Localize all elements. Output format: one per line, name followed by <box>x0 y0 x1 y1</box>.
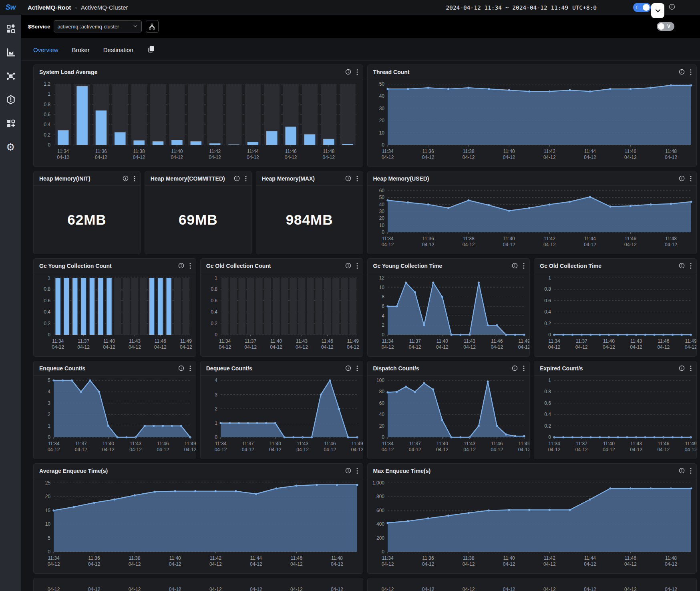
info-icon[interactable] <box>679 69 685 75</box>
svg-text:11:46: 11:46 <box>324 441 336 446</box>
svg-text:5: 5 <box>48 535 50 541</box>
info-icon[interactable] <box>512 365 518 371</box>
sidebar-item-dashboards[interactable] <box>6 47 16 58</box>
top-header: Sw ActiveMQ-Root › ActiveMQ-Cluster 2024… <box>0 0 700 15</box>
service-select[interactable]: activemq::activemq-cluster <box>54 20 142 32</box>
gc-young-time-chart[interactable]: 02468101211:3404-1211:3704-1211:4004-121… <box>368 273 530 356</box>
svg-text:11:40: 11:40 <box>270 441 281 446</box>
kebab-menu-icon[interactable] <box>356 175 358 182</box>
kebab-menu-icon[interactable] <box>134 175 135 182</box>
info-icon[interactable] <box>345 69 351 75</box>
svg-text:40: 40 <box>379 412 384 417</box>
svg-text:04-12: 04-12 <box>321 344 334 350</box>
kebab-menu-icon[interactable] <box>523 263 525 269</box>
topology-view-button[interactable] <box>146 20 159 33</box>
svg-text:0.6: 0.6 <box>44 112 50 117</box>
toggle-label: V <box>667 24 670 29</box>
heap-used-chart[interactable]: 010203040506011:3404-1211:3604-1211:3804… <box>368 186 697 254</box>
kebab-menu-icon[interactable] <box>356 468 358 474</box>
svg-text:0.4: 0.4 <box>545 309 551 315</box>
info-icon[interactable] <box>178 365 184 371</box>
info-icon[interactable] <box>234 175 240 181</box>
svg-text:04-12: 04-12 <box>665 561 677 567</box>
svg-text:4: 4 <box>382 313 384 319</box>
svg-text:04-12: 04-12 <box>624 587 637 591</box>
svg-text:4: 4 <box>215 378 217 383</box>
kebab-menu-icon[interactable] <box>189 365 191 372</box>
svg-text:0.8: 0.8 <box>44 286 50 292</box>
svg-text:04-12: 04-12 <box>630 344 642 350</box>
copy-tabs-icon[interactable] <box>148 46 155 54</box>
svg-text:5: 5 <box>48 378 50 383</box>
svg-text:10: 10 <box>45 521 51 527</box>
info-icon[interactable] <box>679 468 685 474</box>
sidebar-item-settings[interactable]: ⚙ <box>6 142 16 152</box>
svg-text:11:36: 11:36 <box>422 555 434 561</box>
service-select-value: activemq::activemq-cluster <box>58 24 119 30</box>
panel-gc-young-collection-count: Gc Young Collection Count 00.20.40.60.81… <box>33 258 196 357</box>
kebab-menu-icon[interactable] <box>523 365 525 372</box>
kebab-menu-icon[interactable] <box>690 263 692 269</box>
info-icon[interactable] <box>178 263 184 269</box>
kebab-menu-icon[interactable] <box>189 263 191 269</box>
avg-enqueue-time-chart[interactable]: 051015202511:3404-1211:3604-1211:3804-12… <box>34 478 363 573</box>
svg-text:11:43: 11:43 <box>464 441 475 446</box>
panel-heap-memory-init: Heap Memory(INIT) 62MB <box>33 171 141 254</box>
svg-text:11:37: 11:37 <box>409 441 420 446</box>
kebab-menu-icon[interactable] <box>690 175 692 182</box>
svg-text:04-12: 04-12 <box>133 155 145 160</box>
kebab-menu-icon[interactable] <box>356 263 358 269</box>
breadcrumb-root[interactable]: ActiveMQ-Root <box>28 4 71 11</box>
info-icon[interactable] <box>345 175 351 181</box>
info-icon[interactable] <box>123 175 129 181</box>
topology-icon <box>6 71 16 81</box>
kebab-menu-icon[interactable] <box>356 365 358 372</box>
tab-destination[interactable]: Destination <box>103 46 133 53</box>
max-enqueue-time-chart[interactable]: 02004006008001,00011:3404-1211:3604-1211… <box>368 478 697 573</box>
sidebar-item-new-dashboard[interactable] <box>6 118 16 129</box>
svg-text:11:34: 11:34 <box>382 441 393 446</box>
dequeue-count-chart[interactable]: 0123411:3404-1211:3704-1211:4004-1211:43… <box>201 376 363 459</box>
enqueue-count-chart[interactable]: 01234511:3404-1211:3704-1211:4004-1211:4… <box>34 376 196 459</box>
gc-old-count-chart[interactable]: 00.20.40.60.8111:3404-1211:3704-1211:400… <box>201 273 363 356</box>
svg-text:04-12: 04-12 <box>583 561 596 567</box>
info-icon[interactable] <box>679 175 685 181</box>
svg-text:40: 40 <box>379 202 384 207</box>
dark-mode-toggle[interactable]: ☾ <box>633 3 651 12</box>
kebab-menu-icon[interactable] <box>245 175 247 182</box>
info-icon[interactable] <box>345 365 351 371</box>
time-range[interactable]: 2024-04-12 11:34 ~ 2024-04-12 11:49 UTC+… <box>446 0 597 15</box>
kebab-menu-icon[interactable] <box>690 69 692 75</box>
svg-text:11:43: 11:43 <box>296 338 308 344</box>
kebab-menu-icon[interactable] <box>356 69 358 75</box>
panel-heap-memory-committed: Heap Memory(COMMITTED) 69MB <box>145 171 252 254</box>
svg-text:11:34: 11:34 <box>57 149 69 154</box>
collapse-header-button[interactable] <box>651 3 664 18</box>
svg-text:2: 2 <box>215 406 217 412</box>
svg-text:20: 20 <box>379 215 384 221</box>
gc-young-count-chart[interactable]: 00.20.40.60.8111:3404-1211:3704-1211:400… <box>34 273 196 356</box>
info-icon[interactable] <box>345 263 351 269</box>
skywalking-logo[interactable]: Sw <box>0 3 21 12</box>
auto-refresh-toggle[interactable]: V <box>657 22 674 31</box>
tab-overview[interactable]: Overview <box>33 46 58 53</box>
info-icon[interactable] <box>669 4 675 12</box>
sitemap-icon <box>149 23 155 30</box>
info-icon[interactable] <box>512 263 518 269</box>
info-icon[interactable] <box>345 468 351 474</box>
chevron-down-icon <box>133 24 138 30</box>
panel-gc-old-collection-count: Gc Old Collection Count 00.20.40.60.8111… <box>200 258 363 357</box>
expired-count-chart[interactable]: 00.20.40.60.8111:3404-1211:3704-1211:400… <box>534 376 696 459</box>
sidebar-item-topology[interactable] <box>6 71 16 81</box>
info-icon[interactable] <box>679 263 685 269</box>
system-load-average-chart[interactable]: 00.20.40.60.811.211:3404-1211:3604-1211:… <box>34 79 363 167</box>
dispatch-count-chart[interactable]: 02040608010011:3404-1211:3704-1211:4004-… <box>368 376 530 459</box>
gc-old-time-chart[interactable]: 00.20.40.60.8111:3404-1211:3704-1211:400… <box>534 273 696 356</box>
info-icon[interactable] <box>679 365 685 371</box>
kebab-menu-icon[interactable] <box>690 468 692 474</box>
thread-count-chart[interactable]: 0102030405011:3404-1211:3604-1211:3804-1… <box>368 79 697 167</box>
sidebar-item-alerting[interactable] <box>6 94 16 105</box>
tab-broker[interactable]: Broker <box>72 46 90 53</box>
kebab-menu-icon[interactable] <box>690 365 692 372</box>
sidebar-item-marketplace[interactable] <box>6 24 16 34</box>
